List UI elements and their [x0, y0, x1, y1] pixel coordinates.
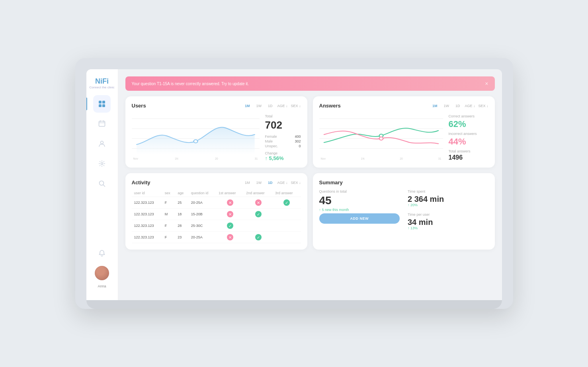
users-chart-wrap: Nov 1N 20 31	[132, 113, 260, 161]
answer-cell	[273, 220, 301, 232]
cell-question-id: 20-25A	[189, 197, 216, 209]
answer-cell	[244, 220, 273, 232]
col-1st-answer: 1st answer	[216, 189, 244, 197]
users-total-label: Total	[265, 114, 301, 118]
sidebar-item-users[interactable]	[93, 135, 111, 152]
users-filter-age[interactable]: AGE ↓	[277, 104, 287, 108]
answers-filter-1w[interactable]: 1W	[442, 103, 451, 109]
activity-filter-1m[interactable]: 1M	[243, 180, 252, 185]
svg-point-22	[379, 137, 383, 140]
cell-age: 25	[175, 197, 189, 209]
search-icon	[98, 180, 105, 187]
col-3rd-answer: 3rd answer	[273, 189, 301, 197]
svg-point-9	[101, 163, 103, 165]
col-question-id: question id	[189, 189, 216, 197]
users-chart-svg	[132, 113, 260, 156]
sidebar-item-search[interactable]	[93, 175, 111, 192]
answers-filter-1m[interactable]: 1M	[431, 103, 439, 109]
answers-chart-area: Nov 1N 20 31 Correct answers 62% Incorre…	[319, 113, 488, 161]
summary-time-col: Time spent 2 364 min ↑ 20% Time per user…	[408, 189, 488, 230]
summary-questions-value: 45	[319, 195, 400, 206]
cell-sex: F	[162, 232, 175, 243]
summary-card-title: Summary	[319, 180, 488, 185]
sidebar-item-calendar[interactable]	[93, 115, 111, 133]
activity-filter-sex[interactable]: SEX ↓	[291, 181, 301, 185]
bell-icon	[98, 250, 105, 257]
summary-time-per-user-pct: ↑ 13%	[408, 226, 488, 230]
col-user-id: user id	[132, 189, 162, 197]
cell-age: 18	[175, 209, 189, 220]
col-sex: sex	[162, 189, 175, 197]
cell-user-id: 122.323.123	[132, 197, 162, 209]
laptop-screen: NiFi Connect the clinic	[86, 69, 502, 300]
users-filter-tabs: 1M 1W 1D AGE ↓ SEX ↓	[243, 103, 301, 109]
users-change-value: ↑ 5,56%	[265, 155, 301, 161]
activity-card-header: Activity 1M 1W 1D AGE ↓ SEX ↓	[132, 180, 301, 185]
summary-card-header: Summary	[319, 180, 488, 185]
cell-user-id: 122.323.123	[132, 232, 162, 243]
svg-point-8	[101, 141, 104, 144]
users-filter-sex[interactable]: SEX ↓	[291, 104, 301, 108]
summary-time-spent-label: Time spent	[408, 189, 488, 193]
correct-label: Correct answers	[449, 114, 488, 118]
activity-filter-age[interactable]: AGE ↓	[277, 181, 287, 185]
cell-sex: F	[162, 197, 175, 209]
users-card: Users 1M 1W 1D AGE ↓ SEX ↓	[125, 96, 307, 168]
logo-tagline: Connect the clinic	[89, 86, 114, 90]
cell-sex: M	[162, 209, 175, 220]
table-row: 122.323.123 M 18 15-20B ✕ ✓	[132, 209, 301, 220]
activity-table: user id sex age question id 1st answer 2…	[132, 189, 301, 243]
users-icon	[98, 140, 105, 147]
users-male-row: Male 302	[265, 139, 301, 143]
settings-icon	[98, 160, 105, 167]
svg-rect-4	[99, 121, 105, 127]
add-new-button[interactable]: ADD NEW	[319, 213, 400, 224]
user-name: Anna	[98, 284, 106, 288]
users-filter-1d[interactable]: 1D	[266, 103, 274, 109]
users-filter-1w[interactable]: 1W	[254, 103, 263, 109]
summary-questions-col: Questions in total 45 ↑ 5 new this month…	[319, 189, 400, 230]
answer-cell: ✓	[216, 220, 244, 232]
logo-text: NiFi	[89, 77, 114, 86]
dashboard-icon	[98, 100, 105, 107]
table-row: 122.323.123 F 28 25-30C ✓	[132, 220, 301, 232]
answer-cell	[273, 209, 301, 220]
laptop-shell: NiFi Connect the clinic	[75, 58, 513, 309]
activity-table-wrap[interactable]: user id sex age question id 1st answer 2…	[132, 189, 301, 243]
calendar-icon	[98, 120, 105, 127]
answers-chart-svg	[319, 113, 443, 156]
cell-age: 23	[175, 232, 189, 243]
svg-rect-0	[99, 101, 102, 103]
sidebar-item-dashboard[interactable]	[93, 95, 111, 113]
answers-filter-1d[interactable]: 1D	[454, 103, 462, 109]
svg-line-11	[104, 185, 105, 187]
sidebar-item-notifications[interactable]	[93, 244, 111, 262]
answer-cell: ✕	[216, 232, 244, 243]
table-row: 122.323.123 F 25 20-25A ✕ ✕ ✓	[132, 197, 301, 209]
answers-filter-sex[interactable]: SEX ↓	[478, 104, 488, 108]
svg-point-10	[100, 181, 104, 185]
users-filter-1m[interactable]: 1M	[243, 103, 252, 109]
sidebar-nav	[93, 95, 111, 242]
answer-cell: ✕	[244, 197, 273, 209]
answers-chart-wrap: Nov 1N 20 31	[319, 113, 443, 161]
activity-filter-1d[interactable]: 1D	[266, 180, 274, 185]
cell-question-id: 15-20B	[189, 209, 216, 220]
answers-filter-age[interactable]: AGE ↓	[465, 104, 475, 108]
alert-message: Your question T1-15A is never correctly …	[132, 82, 249, 86]
activity-filter-tabs: 1M 1W 1D AGE ↓ SEX ↓	[243, 180, 301, 185]
activity-card: Activity 1M 1W 1D AGE ↓ SEX ↓	[125, 173, 307, 250]
users-chart-area: Nov 1N 20 31 Total 702 Female 400	[132, 113, 301, 161]
dashboard-grid: Users 1M 1W 1D AGE ↓ SEX ↓	[125, 96, 495, 250]
sidebar-item-settings[interactable]	[93, 155, 111, 172]
activity-filter-1w[interactable]: 1W	[254, 180, 263, 185]
cell-user-id: 122.323.123	[132, 220, 162, 232]
avatar[interactable]	[95, 266, 109, 280]
alert-close-button[interactable]: ×	[485, 80, 488, 87]
summary-time-per-user-value: 34 min	[408, 218, 488, 226]
answers-filter-tabs: 1M 1W 1D AGE ↓ SEX ↓	[431, 103, 488, 109]
col-age: age	[175, 189, 189, 197]
cell-question-id: 25-30C	[189, 220, 216, 232]
svg-rect-1	[102, 101, 105, 103]
total-value: 1496	[449, 154, 488, 161]
